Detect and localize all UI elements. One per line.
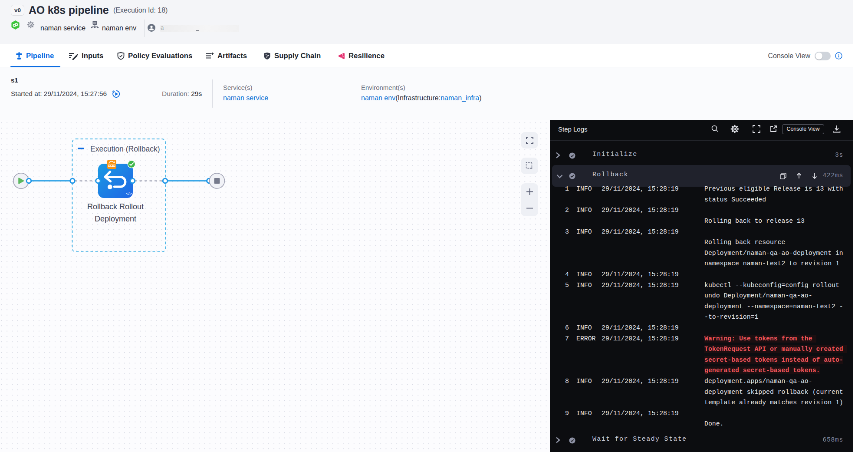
svg-text:</>: </> [126,191,132,196]
svg-text:Deployment: Deployment [95,214,136,223]
svg-text:Rollback Rollout: Rollback Rollout [87,202,144,211]
svg-text:Execution (Rollback): Execution (Rollback) [90,145,160,153]
